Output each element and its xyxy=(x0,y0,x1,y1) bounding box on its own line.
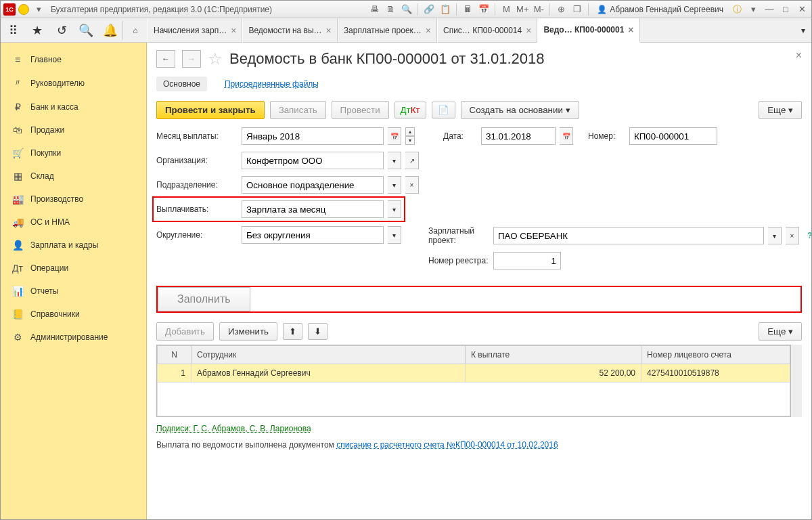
search-icon[interactable]: 🔍 xyxy=(400,3,413,16)
nav-back-button[interactable]: ← xyxy=(156,50,175,68)
close-icon[interactable]: × xyxy=(426,25,431,36)
calendar-icon[interactable]: 📅 xyxy=(388,127,401,145)
dropdown-icon[interactable]: ▾ xyxy=(388,226,401,244)
pay-type-input[interactable] xyxy=(242,200,384,218)
memory-mminus-button[interactable]: M- xyxy=(532,3,545,16)
document-icon-button[interactable]: 📄 xyxy=(432,102,455,118)
signatures-link[interactable]: Подписи: Г. С. Абрамов, С. В. Ларионова xyxy=(156,424,311,433)
salary-project-input[interactable] xyxy=(493,227,764,244)
memory-m-button[interactable]: M xyxy=(499,3,513,16)
col-n[interactable]: N xyxy=(158,346,191,364)
col-employee[interactable]: Сотрудник xyxy=(191,346,466,364)
footer-writeoff-link[interactable]: списание с расчетного счета №КП00-000014… xyxy=(336,440,558,450)
post-button[interactable]: Провести xyxy=(332,101,389,119)
dropdown-icon[interactable]: ▾ xyxy=(768,227,782,244)
favorites-icon[interactable]: ★ xyxy=(25,18,49,43)
org-input[interactable] xyxy=(242,152,384,169)
link-icon[interactable]: 🔗 xyxy=(422,3,436,16)
registry-number-input[interactable] xyxy=(493,252,561,269)
titlebar: 1C ▾ Бухгалтерия предприятия, редакция 3… xyxy=(1,1,811,18)
apps-grid-icon[interactable]: ⠿ xyxy=(1,18,25,43)
favorite-star-icon[interactable]: ☆ xyxy=(208,49,223,68)
clear-icon[interactable]: × xyxy=(405,176,419,194)
sidebar-item-warehouse[interactable]: ▦Склад xyxy=(1,165,146,188)
tab-statements[interactable]: Ведомости на вы…× xyxy=(242,18,337,43)
save-button[interactable]: Записать xyxy=(270,101,326,119)
fill-button[interactable]: Заполнить xyxy=(158,287,250,311)
close-document-button[interactable]: × xyxy=(796,49,802,62)
zoom-icon[interactable]: ⊕ xyxy=(554,3,568,16)
sidebar-item-catalogs[interactable]: 📒Справочники xyxy=(1,303,146,326)
move-down-button[interactable]: ⬇ xyxy=(308,323,328,340)
home-button[interactable]: ⌂ xyxy=(123,18,148,43)
col-amount[interactable]: К выплате xyxy=(466,346,641,364)
month-input[interactable] xyxy=(242,127,384,145)
info-icon[interactable]: ⓘ xyxy=(730,3,744,16)
col-account[interactable]: Номер лицевого счета xyxy=(641,346,790,364)
sidebar-item-operations[interactable]: ДтОперации xyxy=(1,257,146,280)
memory-mplus-button[interactable]: M+ xyxy=(516,3,529,16)
edit-row-button[interactable]: Изменить xyxy=(219,322,277,341)
sidebar-item-reports[interactable]: 📊Отчеты xyxy=(1,280,146,303)
print-icon[interactable]: 🖶 xyxy=(367,3,381,16)
copy-icon[interactable]: 📋 xyxy=(438,3,452,16)
table-row[interactable]: 1 Абрамов Геннадий Сергеевич 52 200,00 4… xyxy=(158,364,790,383)
create-based-on-button[interactable]: Создать на основании ▾ xyxy=(461,101,579,119)
sidebar-item-main[interactable]: ≡Главное xyxy=(1,48,146,71)
add-row-button[interactable]: Добавить xyxy=(156,322,214,341)
sidebar-item-sales[interactable]: 🛍Продажи xyxy=(1,118,146,142)
subtab-main[interactable]: Основное xyxy=(156,77,207,91)
clear-icon[interactable]: × xyxy=(786,227,799,244)
nav-forward-button[interactable]: → xyxy=(182,50,201,68)
history-icon[interactable]: ↺ xyxy=(49,18,74,43)
minimize-button[interactable]: — xyxy=(763,3,776,16)
move-up-button[interactable]: ⬆ xyxy=(283,323,302,340)
sidebar-item-purchases[interactable]: 🛒Покупки xyxy=(1,142,146,165)
close-icon[interactable]: × xyxy=(326,25,332,36)
maximize-button[interactable]: □ xyxy=(779,3,792,16)
close-icon[interactable]: × xyxy=(526,25,531,36)
number-input[interactable] xyxy=(629,127,717,145)
post-and-close-button[interactable]: Провести и закрыть xyxy=(156,101,265,119)
dropdown-icon[interactable]: ▾ xyxy=(388,176,401,194)
sidebar-item-production[interactable]: 🏭Производство xyxy=(1,188,146,211)
menu-dropdown-icon[interactable] xyxy=(18,4,29,15)
dropdown-icon[interactable]: ▾ xyxy=(746,3,760,16)
calculator-icon[interactable]: 🖩 xyxy=(461,3,474,16)
print-preview-icon[interactable]: 🗎 xyxy=(384,3,397,16)
more-button[interactable]: Еще ▾ xyxy=(759,101,802,119)
date-input[interactable] xyxy=(481,127,556,145)
help-icon[interactable]: ? xyxy=(807,231,811,240)
sidebar-item-hr[interactable]: 👤Зарплата и кадры xyxy=(1,234,146,257)
tab-payroll[interactable]: Начисления зарп…× xyxy=(148,18,242,43)
calendar-icon[interactable]: 📅 xyxy=(477,3,491,16)
tabs-overflow-button[interactable]: ▾ xyxy=(795,26,811,35)
search-tool-icon[interactable]: 🔍 xyxy=(74,18,98,43)
close-window-button[interactable]: ✕ xyxy=(795,3,809,16)
sidebar-item-admin[interactable]: ⚙Администрирование xyxy=(1,326,146,349)
close-icon[interactable]: × xyxy=(231,25,236,36)
calendar-icon[interactable]: 📅 xyxy=(560,127,573,145)
sidebar-item-manager[interactable]: 〃Руководителю xyxy=(1,71,146,95)
table-more-button[interactable]: Еще ▾ xyxy=(759,322,802,341)
tab-salary-projects[interactable]: Зарплатные проек…× xyxy=(338,18,437,43)
subtab-attached-files[interactable]: Присоединенные файлы xyxy=(218,77,325,91)
month-up-button[interactable]: ▴ xyxy=(405,127,415,136)
month-down-button[interactable]: ▾ xyxy=(405,136,415,145)
open-icon[interactable]: ↗ xyxy=(405,152,419,169)
dept-input[interactable] xyxy=(242,176,384,194)
rounding-input[interactable] xyxy=(242,226,384,244)
notifications-icon[interactable]: 🔔 xyxy=(98,18,122,43)
sidebar-item-bank[interactable]: ₽Банк и касса xyxy=(1,95,146,118)
dtkt-button[interactable]: ДтКт xyxy=(394,102,426,118)
dropdown-icon[interactable]: ▾ xyxy=(388,200,401,218)
table-scrollbar[interactable] xyxy=(791,345,802,417)
tab-bank-statement[interactable]: Ведо… КП00-000001× xyxy=(537,18,639,43)
current-user[interactable]: 👤 Абрамов Геннадий Сергеевич xyxy=(593,5,727,14)
sidebar-item-assets[interactable]: 🚚ОС и НМА xyxy=(1,211,146,234)
dropdown-icon[interactable]: ▾ xyxy=(388,152,401,169)
close-icon[interactable]: × xyxy=(628,24,633,35)
tab-writeoff[interactable]: Спис… КП00-000014× xyxy=(437,18,537,43)
windows-icon[interactable]: ❐ xyxy=(570,3,584,16)
dropdown-icon[interactable]: ▾ xyxy=(32,3,45,16)
